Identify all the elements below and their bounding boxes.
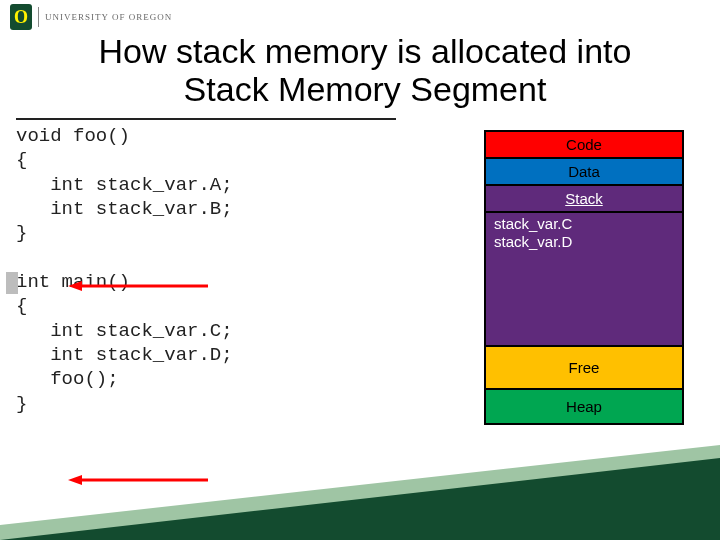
svg-marker-5 bbox=[0, 458, 720, 540]
segment-stack-frame: stack_var.C stack_var.D bbox=[486, 213, 682, 257]
segment-data: Data bbox=[486, 159, 682, 186]
slide-title: How stack memory is allocated into Stack… bbox=[0, 32, 720, 118]
stack-frame-var: stack_var.D bbox=[494, 233, 674, 251]
logo-divider bbox=[38, 7, 39, 27]
stack-frame-var: stack_var.C bbox=[494, 215, 674, 233]
code-block: void foo() { int stack_var.A; int stack_… bbox=[16, 118, 396, 416]
segment-code: Code bbox=[486, 132, 682, 159]
university-name: UNIVERSITY OF OREGON bbox=[45, 12, 172, 22]
logo-bar: UNIVERSITY OF OREGON bbox=[0, 0, 720, 32]
arrow-main-call bbox=[68, 472, 208, 484]
segment-free: Free bbox=[486, 347, 682, 390]
oregon-o-logo bbox=[10, 4, 32, 30]
segment-stack-empty bbox=[486, 257, 682, 347]
text-cursor bbox=[6, 272, 18, 294]
svg-marker-4 bbox=[0, 445, 720, 540]
memory-diagram: Code Data Stack stack_var.C stack_var.D … bbox=[484, 130, 684, 425]
svg-marker-3 bbox=[68, 475, 82, 485]
footer-swoosh bbox=[0, 430, 720, 540]
segment-stack-header: Stack bbox=[486, 186, 682, 213]
segment-heap: Heap bbox=[486, 390, 682, 423]
